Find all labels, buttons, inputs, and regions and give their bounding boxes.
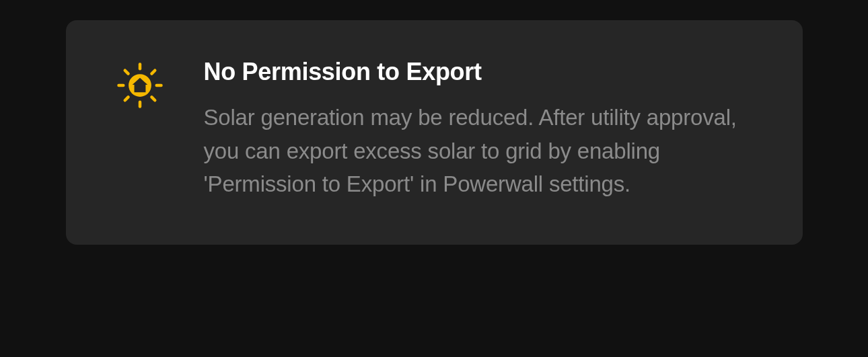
svg-line-6 — [124, 97, 128, 100]
solar-home-icon — [113, 57, 167, 110]
svg-line-7 — [151, 71, 155, 74]
svg-line-5 — [151, 97, 155, 100]
alert-title: No Permission to Export — [204, 57, 756, 86]
svg-line-4 — [124, 71, 128, 74]
alert-content: No Permission to Export Solar generation… — [204, 57, 756, 201]
alert-description: Solar generation may be reduced. After u… — [204, 101, 756, 201]
alert-card: No Permission to Export Solar generation… — [66, 20, 803, 245]
